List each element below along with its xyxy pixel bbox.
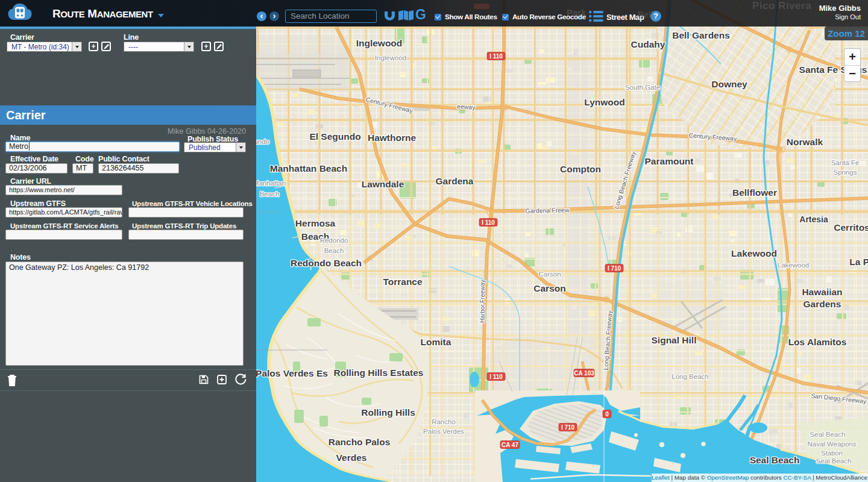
svg-text:Beach: Beach bbox=[324, 247, 344, 254]
svg-text:Paramount: Paramount bbox=[645, 156, 694, 166]
svg-text:Signal Hill: Signal Hill bbox=[652, 335, 697, 345]
svg-text:eeway: eeway bbox=[457, 102, 476, 111]
svg-text:Gardens: Gardens bbox=[804, 299, 841, 309]
svg-text:Downey: Downey bbox=[711, 79, 747, 89]
svg-text:Seal Beach: Seal Beach bbox=[750, 455, 800, 465]
svg-text:Artesia: Artesia bbox=[799, 214, 828, 224]
svg-text:Lynwood: Lynwood bbox=[584, 97, 624, 107]
svg-text:Manhattan: Manhattan bbox=[253, 180, 286, 187]
svg-text:Bellflower: Bellflower bbox=[732, 187, 777, 198]
svg-text:Hawthorne: Hawthorne bbox=[368, 133, 416, 143]
svg-text:0: 0 bbox=[605, 411, 609, 418]
svg-text:Inglewood: Inglewood bbox=[356, 38, 403, 48]
svg-text:Compton: Compton bbox=[560, 164, 601, 174]
svg-text:Harbor Freeway: Harbor Freeway bbox=[479, 280, 486, 323]
svg-text:Redondo: Redondo bbox=[320, 237, 348, 244]
svg-text:Lomita: Lomita bbox=[421, 337, 451, 347]
svg-text:South Gate: South Gate bbox=[625, 84, 660, 91]
svg-text:I 710: I 710 bbox=[608, 265, 621, 272]
svg-text:Rancho: Rancho bbox=[432, 418, 456, 425]
svg-text:CA 47: CA 47 bbox=[502, 442, 518, 448]
svg-text:I 110: I 110 bbox=[482, 219, 495, 226]
svg-text:Palos Verdes Es: Palos Verdes Es bbox=[256, 368, 328, 378]
svg-text:Redondo Beach: Redondo Beach bbox=[291, 258, 362, 268]
svg-text:Lakewood: Lakewood bbox=[778, 261, 809, 269]
svg-text:Seal Beach: Seal Beach bbox=[816, 457, 852, 465]
svg-text:Palos Verdes: Palos Verdes bbox=[423, 428, 464, 435]
svg-text:Cudahy: Cudahy bbox=[631, 39, 665, 49]
svg-text:CA 103: CA 103 bbox=[574, 370, 594, 377]
svg-text:Cerritos: Cerritos bbox=[834, 222, 868, 233]
svg-text:Seal Beach: Seal Beach bbox=[810, 431, 846, 438]
svg-text:Carson: Carson bbox=[538, 271, 561, 278]
svg-text:El Segundo: El Segundo bbox=[309, 131, 360, 142]
svg-text:Manhattan Beach: Manhattan Beach bbox=[270, 163, 347, 174]
svg-text:Rolling Hills Estates: Rolling Hills Estates bbox=[333, 368, 423, 378]
svg-text:Rolling Hills: Rolling Hills bbox=[361, 407, 415, 418]
svg-text:Lakewood: Lakewood bbox=[731, 248, 777, 258]
svg-text:I 110: I 110 bbox=[489, 53, 503, 60]
svg-text:Long Beach: Long Beach bbox=[671, 373, 708, 380]
svg-text:Torrance: Torrance bbox=[383, 277, 423, 287]
svg-text:Lawndale: Lawndale bbox=[362, 179, 404, 189]
svg-text:Bell Gardens: Bell Gardens bbox=[672, 30, 730, 40]
svg-text:Verdes: Verdes bbox=[336, 452, 367, 463]
svg-text:I 110: I 110 bbox=[489, 374, 503, 380]
svg-text:Rancho Palos: Rancho Palos bbox=[329, 437, 391, 447]
svg-text:Gardena Freew: Gardena Freew bbox=[525, 206, 570, 214]
svg-text:Hawaiian: Hawaiian bbox=[802, 287, 842, 297]
svg-text:Carson: Carson bbox=[533, 283, 565, 293]
svg-text:Gardena: Gardena bbox=[436, 176, 474, 186]
svg-text:Hermosa: Hermosa bbox=[295, 218, 336, 228]
svg-text:Los Alamitos: Los Alamitos bbox=[788, 337, 847, 347]
svg-text:Naval Weapons: Naval Weapons bbox=[808, 440, 857, 448]
svg-text:Norwalk: Norwalk bbox=[787, 137, 823, 147]
svg-text:Santa Fe: Santa Fe bbox=[831, 159, 860, 166]
svg-text:La Pa: La Pa bbox=[849, 257, 868, 267]
svg-text:Beach: Beach bbox=[260, 190, 280, 198]
svg-text:Station: Station bbox=[821, 449, 843, 457]
svg-text:Springs: Springs bbox=[834, 169, 857, 176]
svg-text:I 710: I 710 bbox=[561, 424, 575, 431]
svg-text:Inglewood: Inglewood bbox=[375, 54, 406, 61]
